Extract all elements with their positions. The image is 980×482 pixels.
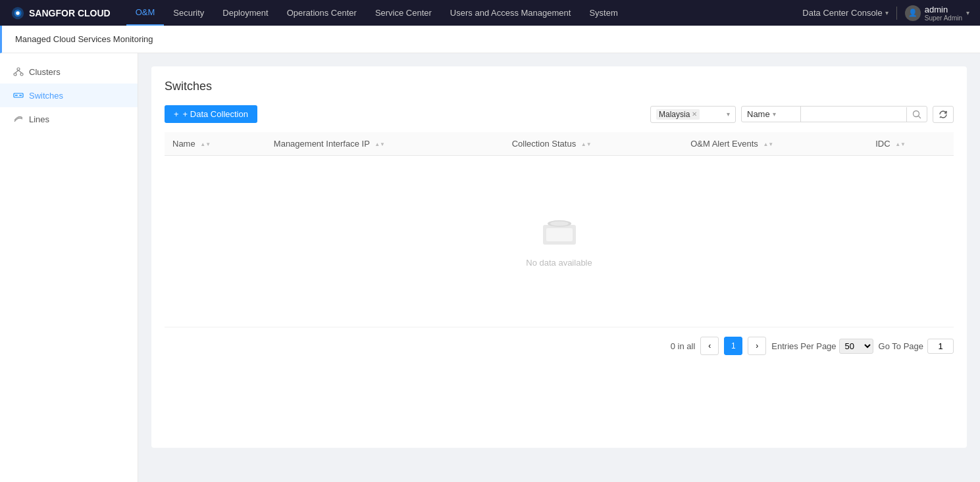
total-count: 0 in all bbox=[671, 341, 696, 351]
nav-item-service-center[interactable]: Service Center bbox=[366, 0, 441, 26]
user-menu[interactable]: 👤 admin Super Admin ▾ bbox=[905, 5, 969, 22]
sort-name-icon[interactable]: ▲▼ bbox=[200, 142, 211, 147]
prev-page-button[interactable]: ‹ bbox=[700, 337, 719, 355]
toolbar: + + Data Collection Malaysia ✕ ▾ bbox=[165, 105, 954, 123]
nav-item-users-access[interactable]: Users and Access Management bbox=[441, 0, 580, 26]
col-idc: IDC ▲▼ bbox=[867, 132, 954, 156]
per-page-dropdown[interactable]: 50 100 200 bbox=[839, 339, 873, 354]
main-layout: Clusters Switches Lines bbox=[0, 53, 980, 482]
data-table: Name ▲▼ Management Interface IP ▲▼ Colle… bbox=[165, 132, 954, 327]
nav-item-system[interactable]: System bbox=[580, 0, 627, 26]
search-button[interactable] bbox=[906, 107, 927, 122]
search-type-chevron-icon: ▾ bbox=[773, 110, 776, 118]
next-page-button[interactable]: › bbox=[748, 337, 766, 355]
nav-item-security[interactable]: Security bbox=[164, 0, 213, 26]
nav-item-om[interactable]: O&M bbox=[126, 0, 165, 26]
pagination: 0 in all ‹ 1 › Entries Per Page 50 100 2… bbox=[165, 327, 954, 355]
nav-divider bbox=[896, 7, 897, 20]
svg-line-7 bbox=[18, 70, 22, 73]
go-to-page: Go To Page bbox=[879, 339, 954, 354]
table-header-row: Name ▲▼ Management Interface IP ▲▼ Colle… bbox=[165, 132, 954, 156]
col-management-interface-ip: Management Interface IP ▲▼ bbox=[266, 132, 504, 156]
toolbar-right: Malaysia ✕ ▾ Name ▾ bbox=[650, 106, 954, 123]
page-title: Switches bbox=[165, 80, 954, 93]
content-card: Switches + + Data Collection Malaysia ✕ bbox=[151, 66, 967, 448]
go-to-page-label: Go To Page bbox=[879, 341, 923, 351]
empty-state: No data available bbox=[172, 162, 946, 320]
sidebar-item-switches-label: Switches bbox=[29, 91, 63, 101]
avatar: 👤 bbox=[905, 5, 921, 21]
add-data-collection-button[interactable]: + + Data Collection bbox=[165, 105, 257, 123]
svg-point-5 bbox=[20, 73, 23, 76]
sidebar-item-clusters-label: Clusters bbox=[29, 67, 61, 77]
svg-point-12 bbox=[20, 95, 22, 96]
sidebar-item-lines[interactable]: Lines bbox=[0, 107, 138, 131]
search-type-select[interactable]: Name ▾ bbox=[742, 107, 801, 122]
switches-icon bbox=[13, 90, 24, 101]
refresh-button[interactable] bbox=[933, 106, 954, 123]
svg-line-6 bbox=[15, 70, 18, 73]
col-om-alert-events: O&M Alert Events ▲▼ bbox=[683, 132, 867, 156]
svg-point-18 bbox=[550, 222, 569, 226]
svg-point-13 bbox=[914, 110, 919, 116]
search-input[interactable] bbox=[801, 107, 906, 122]
svg-point-11 bbox=[15, 95, 16, 96]
sort-om-alert-icon[interactable]: ▲▼ bbox=[763, 142, 773, 147]
filter-dropdown[interactable]: Malaysia ✕ ▾ bbox=[650, 106, 736, 123]
breadcrumb: Managed Cloud Services Monitoring bbox=[0, 26, 980, 53]
filter-tag: Malaysia ✕ bbox=[656, 109, 700, 120]
user-chevron-icon: ▾ bbox=[966, 9, 969, 16]
sidebar-item-switches[interactable]: Switches bbox=[0, 84, 138, 107]
lines-icon bbox=[13, 114, 24, 124]
go-to-page-input[interactable] bbox=[927, 339, 954, 354]
sidebar-item-clusters[interactable]: Clusters bbox=[0, 60, 138, 84]
filter-tag-close-icon[interactable]: ✕ bbox=[692, 110, 697, 118]
user-role: Super Admin bbox=[925, 14, 962, 22]
nav-item-operations-center[interactable]: Operations Center bbox=[278, 0, 366, 26]
user-name: admin bbox=[925, 5, 962, 14]
col-collection-status: Collection Status ▲▼ bbox=[504, 132, 683, 156]
col-name: Name ▲▼ bbox=[165, 132, 266, 156]
search-box: Name ▾ bbox=[741, 106, 927, 122]
top-navigation: SANGFOR CLOUD O&M Security Deployment Op… bbox=[0, 0, 980, 26]
clusters-icon bbox=[13, 66, 24, 77]
svg-point-4 bbox=[14, 73, 16, 76]
svg-rect-16 bbox=[546, 228, 573, 241]
data-center-console[interactable]: Data Center Console ▾ bbox=[802, 8, 888, 18]
nav-item-deployment[interactable]: Deployment bbox=[213, 0, 277, 26]
empty-state-row: No data available bbox=[165, 156, 954, 327]
svg-line-14 bbox=[919, 116, 921, 118]
sort-management-ip-icon[interactable]: ▲▼ bbox=[374, 142, 385, 147]
app-logo[interactable]: SANGFOR CLOUD bbox=[11, 6, 111, 20]
data-center-chevron-icon: ▾ bbox=[885, 9, 889, 16]
sort-collection-status-icon[interactable]: ▲▼ bbox=[581, 142, 592, 147]
breadcrumb-text: Managed Cloud Services Monitoring bbox=[15, 34, 153, 44]
plus-icon: + bbox=[174, 109, 179, 119]
sidebar: Clusters Switches Lines bbox=[0, 53, 138, 482]
filter-chevron-icon: ▾ bbox=[727, 110, 730, 118]
no-data-text: No data available bbox=[526, 258, 592, 268]
nav-right: Data Center Console ▾ 👤 admin Super Admi… bbox=[802, 5, 969, 22]
sort-idc-icon[interactable]: ▲▼ bbox=[895, 142, 906, 147]
per-page-select: Entries Per Page 50 100 200 bbox=[771, 339, 873, 354]
nav-menu: O&M Security Deployment Operations Cente… bbox=[126, 0, 803, 26]
no-data-icon bbox=[540, 215, 579, 250]
toolbar-left: + + Data Collection bbox=[165, 105, 257, 123]
svg-point-3 bbox=[17, 68, 20, 70]
svg-point-2 bbox=[16, 11, 20, 15]
per-page-label: Entries Per Page bbox=[771, 341, 836, 351]
sidebar-item-lines-label: Lines bbox=[29, 114, 49, 124]
page-1-button[interactable]: 1 bbox=[724, 337, 742, 355]
content-area: Switches + + Data Collection Malaysia ✕ bbox=[138, 53, 980, 482]
